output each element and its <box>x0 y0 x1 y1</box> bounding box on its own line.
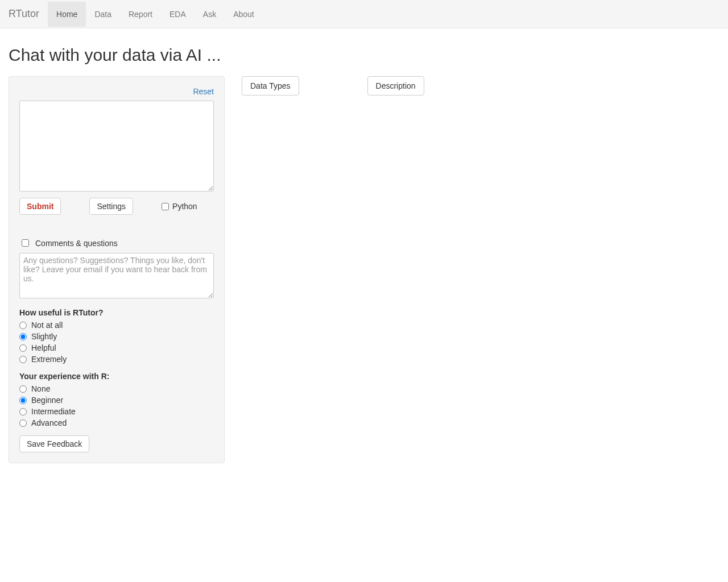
useful-label-3: Extremely <box>31 355 67 364</box>
main-row: Reset Submit Settings Python Comments & … <box>9 76 719 463</box>
nav-tab-report[interactable]: Report <box>120 2 161 27</box>
description-button[interactable]: Description <box>367 76 424 95</box>
chat-input[interactable] <box>19 101 214 192</box>
nav-tab-ask[interactable]: Ask <box>195 2 225 27</box>
page-container: Chat with your data via AI ... Reset Sub… <box>0 28 728 469</box>
useful-option-0[interactable]: Not at all <box>19 321 214 330</box>
navbar: RTutor Home Data Report EDA Ask About <box>0 0 728 28</box>
useful-radio-group: Not at all Slightly Helpful Extremely <box>19 321 214 364</box>
comments-input[interactable] <box>19 253 214 298</box>
experience-radio-1[interactable] <box>19 397 27 404</box>
experience-label-0: None <box>31 384 50 393</box>
save-feedback-button[interactable]: Save Feedback <box>19 435 89 452</box>
useful-label-2: Helpful <box>31 343 56 352</box>
experience-option-0[interactable]: None <box>19 384 214 393</box>
experience-option-1[interactable]: Beginner <box>19 396 214 405</box>
nav-tab-home[interactable]: Home <box>48 2 86 27</box>
submit-button[interactable]: Submit <box>19 198 61 215</box>
useful-label-1: Slightly <box>31 332 57 341</box>
comments-checkbox[interactable] <box>22 239 29 247</box>
experience-radio-3[interactable] <box>19 419 27 427</box>
experience-label-1: Beginner <box>31 396 63 405</box>
useful-option-1[interactable]: Slightly <box>19 332 214 341</box>
python-checkbox-wrap[interactable]: Python <box>162 202 197 211</box>
python-label: Python <box>172 202 197 211</box>
useful-radio-3[interactable] <box>19 356 27 363</box>
useful-radio-0[interactable] <box>19 322 27 329</box>
useful-label-0: Not at all <box>31 321 63 330</box>
comments-checkbox-label: Comments & questions <box>35 239 118 248</box>
data-types-button[interactable]: Data Types <box>242 76 299 95</box>
experience-label-2: Intermediate <box>31 407 76 416</box>
useful-question-label: How useful is RTutor? <box>19 308 214 317</box>
main-panel: Data Types Description <box>236 76 719 95</box>
settings-button[interactable]: Settings <box>89 198 133 215</box>
nav-tab-about[interactable]: About <box>225 2 263 27</box>
page-title: Chat with your data via AI ... <box>9 45 719 65</box>
experience-radio-2[interactable] <box>19 408 27 415</box>
useful-radio-1[interactable] <box>19 333 27 340</box>
useful-option-3[interactable]: Extremely <box>19 355 214 364</box>
useful-option-2[interactable]: Helpful <box>19 343 214 352</box>
experience-radio-0[interactable] <box>19 385 27 393</box>
nav-tab-data[interactable]: Data <box>86 2 120 27</box>
navbar-brand: RTutor <box>0 0 48 28</box>
reset-link[interactable]: Reset <box>193 87 214 96</box>
useful-radio-2[interactable] <box>19 344 27 352</box>
python-checkbox[interactable] <box>162 203 169 210</box>
nav-tab-eda[interactable]: EDA <box>161 2 195 27</box>
experience-radio-group: None Beginner Intermediate Advanced <box>19 384 214 427</box>
sidebar-panel: Reset Submit Settings Python Comments & … <box>9 76 225 463</box>
experience-option-3[interactable]: Advanced <box>19 418 214 427</box>
experience-question-label: Your experience with R: <box>19 372 214 381</box>
experience-label-3: Advanced <box>31 418 67 427</box>
nav-tabs: Home Data Report EDA Ask About <box>48 2 263 27</box>
experience-option-2[interactable]: Intermediate <box>19 407 214 416</box>
